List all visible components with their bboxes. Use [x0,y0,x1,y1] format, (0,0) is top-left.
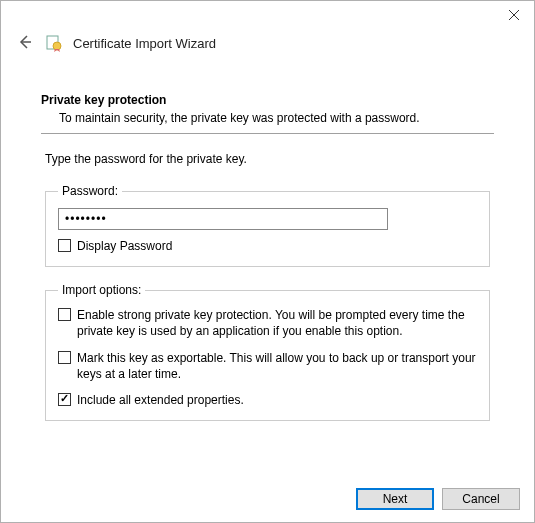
option-label: Enable strong private key protection. Yo… [77,307,477,339]
checkbox-icon [58,308,71,321]
wizard-footer: Next Cancel [1,476,534,522]
divider [41,133,494,134]
titlebar [1,1,534,29]
option-extended-properties[interactable]: Include all extended properties. [58,392,477,408]
import-options-group: Import options: Enable strong private ke… [45,283,490,421]
option-label: Include all extended properties. [77,392,477,408]
option-exportable[interactable]: Mark this key as exportable. This will a… [58,350,477,382]
certificate-icon [45,34,63,52]
display-password-label: Display Password [77,238,477,254]
checkbox-icon [58,351,71,364]
instruction-text: Type the password for the private key. [41,152,494,166]
option-label: Mark this key as exportable. This will a… [77,350,477,382]
option-strong-protection[interactable]: Enable strong private key protection. Yo… [58,307,477,339]
next-button[interactable]: Next [356,488,434,510]
close-icon [509,7,519,23]
display-password-checkbox[interactable]: Display Password [58,238,477,254]
page-heading: Private key protection [41,93,494,107]
password-input[interactable] [58,208,388,230]
close-button[interactable] [494,1,534,29]
wizard-title: Certificate Import Wizard [73,36,216,51]
cancel-button-label: Cancel [462,492,499,506]
cancel-button[interactable]: Cancel [442,488,520,510]
import-options-legend: Import options: [58,283,145,297]
back-arrow-icon [17,34,33,53]
checkbox-icon [58,239,71,252]
page-subheading: To maintain security, the private key wa… [41,111,494,125]
back-button[interactable] [15,33,35,53]
password-group: Password: Display Password [45,184,490,267]
svg-point-4 [53,42,61,50]
next-button-label: Next [383,492,408,506]
wizard-header: Certificate Import Wizard [1,29,534,63]
password-legend: Password: [58,184,122,198]
wizard-content: Private key protection To maintain secur… [1,63,534,421]
checkbox-icon [58,393,71,406]
